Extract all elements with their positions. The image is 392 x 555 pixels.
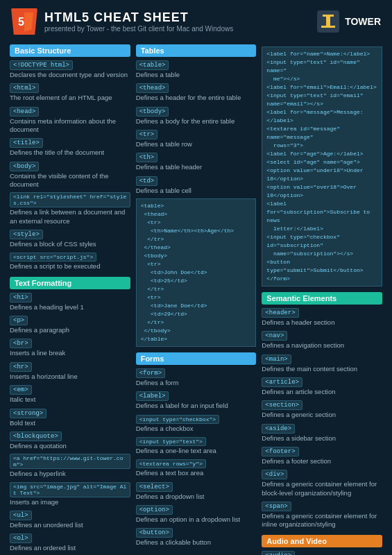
- code-option: <option>: [136, 505, 173, 515]
- svg-rect-6: [321, 26, 335, 28]
- code-body: <body>: [10, 162, 39, 171]
- entry-em: <em> Italic text: [10, 384, 130, 404]
- section-title-tables: Tables: [136, 44, 257, 57]
- entry-br: <br> Inserts a line break: [10, 338, 130, 357]
- entry-ul: <ul> Defines an unordered list: [10, 510, 130, 529]
- section-forms-code: <label for="name">Name:</label> <input t…: [262, 46, 382, 287]
- svg-rect-4: [323, 15, 334, 17]
- html5-badge: 5: [11, 8, 37, 35]
- code-header: <header>: [262, 308, 298, 318]
- code-td: <td>: [136, 176, 158, 186]
- tower-header-label: TOWER: [345, 16, 381, 27]
- entry-aside: <aside> Defines a sidebar section: [262, 423, 382, 443]
- entry-th: <th> Defines a table header: [136, 152, 257, 171]
- code-button: <button>: [136, 528, 173, 538]
- section-basic-structure: Basic Structure <!DOCTYPE html> Declares…: [10, 44, 130, 271]
- page-subtitle: presented by Tower - the best Git client…: [44, 25, 233, 33]
- code-title: <title>: [10, 138, 43, 148]
- section-title-forms: Forms: [136, 352, 257, 365]
- entry-select: <select> Defines a dropdown list: [136, 481, 257, 501]
- entry-input-checkbox: <input type="checkbox"> Defines a checkb…: [136, 414, 257, 433]
- code-footer: <footer>: [262, 447, 298, 456]
- entry-tbody: <tbody> Defines a body for the entire ta…: [136, 106, 257, 126]
- header-left: 5 HTML5 CHEAT SHEET presented by Tower -…: [11, 8, 233, 35]
- entry-section: <section> Defines a generic section: [262, 400, 382, 419]
- code-label: <label>: [136, 391, 169, 401]
- entry-option: <option> Defines an option in a dropdown…: [136, 504, 257, 524]
- entry-doctype: <!DOCTYPE html> Declares the document ty…: [10, 60, 130, 79]
- code-audio: <audio>: [262, 551, 295, 555]
- code-thead: <thead>: [136, 83, 169, 93]
- code-style: <style>: [10, 230, 43, 239]
- code-a: <a href="https://www.git-tower.com">: [10, 454, 130, 469]
- entry-html: <html> The root element of an HTML page: [10, 83, 130, 102]
- entry-main: <main> Defines the main content section: [262, 354, 382, 373]
- entry-td: <td> Defines a table cell: [136, 176, 257, 195]
- code-br: <br>: [10, 339, 32, 348]
- code-blockquote: <blockquote>: [10, 432, 62, 441]
- section-tables: Tables <table> Defines a table <thead> D…: [136, 44, 257, 347]
- code-th: <th>: [136, 153, 158, 162]
- code-form: <form>: [136, 368, 165, 378]
- section-title-basic-structure: Basic Structure: [10, 44, 130, 57]
- entry-img: <img src="image.jpg" alt="Image Alt Text…: [10, 482, 130, 506]
- code-select: <select>: [136, 482, 173, 492]
- entry-title: <title> Defines the title of the documen…: [10, 137, 130, 157]
- section-audio-video: Audio and Video <audio> Defines an audio…: [262, 535, 382, 555]
- section-title-text-formatting: Text Formatting: [10, 277, 130, 289]
- code-section: <section>: [262, 400, 302, 410]
- code-img: <img src="image.jpg" alt="Image Alt Text…: [10, 482, 130, 497]
- main-content: Basic Structure <!DOCTYPE html> Declares…: [0, 42, 392, 555]
- code-link: <link rel="stylesheet" href="styles.css"…: [10, 192, 130, 207]
- section-forms: Forms <form> Defines a form <label> Defi…: [136, 352, 257, 547]
- page-header: 5 HTML5 CHEAT SHEET presented by Tower -…: [0, 0, 392, 42]
- code-div: <div>: [262, 470, 287, 479]
- code-aside: <aside>: [262, 424, 295, 434]
- table-code-example: <table> <thead> <tr> <th>Name</th><th>Ag…: [136, 198, 257, 347]
- code-nav: <nav>: [262, 331, 287, 341]
- tower-icon: [316, 9, 341, 34]
- section-title-audio-video: Audio and Video: [262, 535, 382, 547]
- entry-header: <header> Defines a header section: [262, 307, 382, 327]
- code-strong: <strong>: [10, 409, 46, 418]
- entry-link: <link rel="stylesheet" href="styles.css"…: [10, 192, 130, 225]
- code-input-checkbox: <input type="checkbox">: [136, 415, 219, 424]
- code-doctype: <!DOCTYPE html>: [10, 60, 73, 70]
- entry-h1: <h1> Defines a heading level 1: [10, 292, 130, 311]
- code-article: <article>: [262, 377, 302, 387]
- code-head: <head>: [10, 107, 39, 117]
- entry-body: <body> Contains the visible content of t…: [10, 161, 130, 189]
- column-2: Tables <table> Defines a table <thead> D…: [133, 44, 259, 555]
- code-input-text: <input type="text">: [136, 437, 206, 446]
- entry-input-text: <input type="text"> Defines a one-line t…: [136, 436, 257, 455]
- entry-audio: <audio> Defines an audio clip: [262, 550, 382, 555]
- code-em: <em>: [10, 385, 32, 395]
- code-table: <table>: [136, 60, 169, 70]
- entry-article: <article> Defines an article section: [262, 377, 382, 396]
- entry-footer: <footer> Defines a footer section: [262, 446, 382, 466]
- code-p: <p>: [10, 316, 28, 325]
- page-title: HTML5 CHEAT SHEET: [44, 10, 233, 25]
- code-h1: <h1>: [10, 293, 32, 302]
- code-script: <script src="script.js">: [10, 253, 96, 262]
- section-text-formatting: Text Formatting <h1> Defines a heading l…: [10, 277, 130, 555]
- entry-form: <form> Defines a form: [136, 368, 257, 387]
- code-hr: <hr>: [10, 362, 32, 372]
- entry-div: <div> Defines a generic container elemen…: [262, 469, 382, 497]
- code-main: <main>: [262, 355, 291, 364]
- column-1: Basic Structure <!DOCTYPE html> Declares…: [7, 44, 133, 555]
- entry-table: <table> Defines a table: [136, 60, 257, 79]
- entry-strong: <strong> Bold text: [10, 408, 130, 427]
- code-ol: <ol>: [10, 533, 32, 543]
- entry-blockquote: <blockquote> Defines a quotation: [10, 431, 130, 450]
- entry-style: <style> Defines a block of CSS styles: [10, 229, 130, 248]
- code-tr: <tr>: [136, 130, 158, 139]
- column-3: <label for="name">Name:</label> <input t…: [259, 44, 385, 555]
- entry-textarea: <textarea rows="y"> Defines a text box a…: [136, 459, 257, 477]
- code-html: <html>: [10, 83, 39, 93]
- entry-a: <a href="https://www.git-tower.com"> Def…: [10, 454, 130, 478]
- section-semantic: Semantic Elements <header> Defines a hea…: [262, 292, 382, 529]
- svg-text:5: 5: [18, 16, 24, 28]
- forms-code-example: <label for="name">Name:</label> <input t…: [262, 46, 382, 287]
- code-tbody: <tbody>: [136, 107, 169, 117]
